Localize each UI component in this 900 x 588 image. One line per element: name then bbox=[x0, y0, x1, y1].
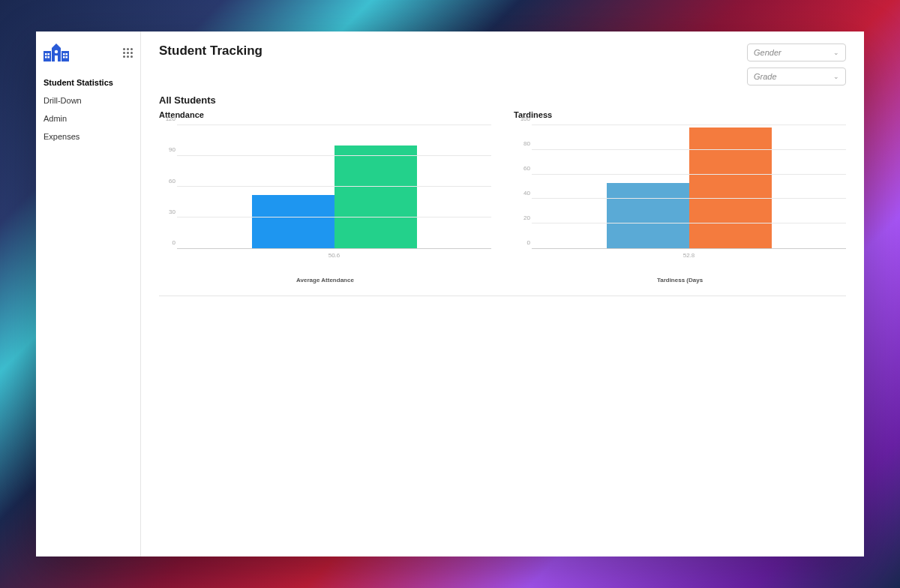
svg-point-13 bbox=[55, 50, 58, 53]
y-tick: 120 bbox=[166, 116, 176, 122]
filter-gender[interactable]: Gender ⌄ bbox=[747, 44, 846, 62]
chevron-down-icon: ⌄ bbox=[833, 49, 839, 56]
y-tick: 100 bbox=[520, 116, 530, 122]
chevron-down-icon: ⌄ bbox=[833, 73, 839, 80]
svg-rect-0 bbox=[44, 51, 51, 62]
y-tick: 40 bbox=[524, 190, 530, 196]
y-tick: 0 bbox=[172, 239, 176, 246]
chart-tardiness-xtick: 52.8 bbox=[683, 252, 695, 259]
svg-rect-7 bbox=[48, 56, 50, 58]
chart-tardiness-title: Tardiness bbox=[514, 110, 846, 119]
chart-attendance: Attendance 0306090120 50.6 Average Atten… bbox=[159, 110, 491, 284]
chart-tardiness-plot: 52.8 bbox=[532, 125, 846, 249]
svg-rect-4 bbox=[45, 53, 47, 56]
chart-tardiness-yaxis: 020406080100 bbox=[514, 125, 532, 249]
bar[interactable] bbox=[252, 195, 334, 248]
bar[interactable] bbox=[607, 183, 689, 248]
school-icon bbox=[44, 44, 69, 62]
chart-tardiness: Tardiness 020406080100 52.8 Tardiness (D… bbox=[514, 110, 846, 284]
section-title: All Students bbox=[159, 94, 846, 106]
gridline bbox=[532, 124, 846, 125]
chart-attendance-area: 0306090120 50.6 bbox=[159, 125, 491, 260]
chart-attendance-xlabel: Average Attendance bbox=[159, 277, 491, 284]
filter-grade-placeholder: Grade bbox=[754, 72, 777, 81]
apps-grid-icon[interactable] bbox=[123, 48, 133, 58]
header-row: Student Tracking Gender ⌄ Grade ⌄ bbox=[159, 44, 846, 86]
y-tick: 60 bbox=[524, 165, 530, 172]
page-title: Student Tracking bbox=[159, 44, 262, 58]
gridline bbox=[177, 124, 491, 125]
svg-marker-3 bbox=[52, 44, 61, 48]
filter-grade[interactable]: Grade ⌄ bbox=[747, 68, 846, 86]
gridline bbox=[532, 149, 846, 150]
gridline bbox=[532, 174, 846, 175]
bar[interactable] bbox=[334, 146, 417, 248]
svg-rect-8 bbox=[63, 53, 65, 56]
main-content: Student Tracking Gender ⌄ Grade ⌄ All St… bbox=[141, 32, 864, 556]
chart-tardiness-area: 020406080100 52.8 bbox=[514, 125, 846, 260]
sidebar-item-student-statistics[interactable]: Student Statistics bbox=[36, 74, 140, 92]
sidebar: Student Statistics Drill-Down Admin Expe… bbox=[36, 32, 141, 556]
y-tick: 80 bbox=[524, 140, 530, 147]
svg-rect-1 bbox=[62, 51, 69, 62]
bar[interactable] bbox=[689, 128, 772, 248]
logo-row bbox=[36, 39, 140, 74]
chart-attendance-title: Attendance bbox=[159, 110, 491, 119]
chart-tardiness-xlabel: Tardiness (Days bbox=[514, 277, 846, 284]
gridline bbox=[532, 198, 846, 199]
gridline bbox=[177, 186, 491, 187]
svg-rect-11 bbox=[66, 56, 68, 58]
sidebar-item-admin[interactable]: Admin bbox=[36, 110, 140, 128]
y-tick: 30 bbox=[169, 208, 176, 214]
svg-rect-9 bbox=[66, 53, 68, 56]
app-window: Student Statistics Drill-Down Admin Expe… bbox=[36, 32, 864, 556]
charts-row: Attendance 0306090120 50.6 Average Atten… bbox=[159, 110, 846, 296]
y-tick: 0 bbox=[527, 239, 530, 246]
gridline bbox=[177, 155, 491, 156]
y-tick: 90 bbox=[169, 146, 176, 153]
sidebar-item-drill-down[interactable]: Drill-Down bbox=[36, 92, 140, 110]
filters: Gender ⌄ Grade ⌄ bbox=[747, 44, 846, 86]
svg-rect-5 bbox=[48, 53, 50, 56]
svg-rect-6 bbox=[45, 56, 47, 58]
chart-attendance-yaxis: 0306090120 bbox=[159, 125, 177, 249]
gridline bbox=[532, 223, 846, 224]
gridline bbox=[177, 217, 491, 218]
filter-gender-placeholder: Gender bbox=[754, 48, 782, 57]
y-tick: 60 bbox=[169, 177, 176, 184]
chart-attendance-plot: 50.6 bbox=[177, 125, 491, 249]
sidebar-item-expenses[interactable]: Expenses bbox=[36, 128, 140, 146]
chart-attendance-xtick: 50.6 bbox=[328, 252, 340, 259]
svg-rect-10 bbox=[63, 56, 65, 58]
y-tick: 20 bbox=[524, 214, 530, 221]
svg-rect-12 bbox=[55, 56, 58, 62]
